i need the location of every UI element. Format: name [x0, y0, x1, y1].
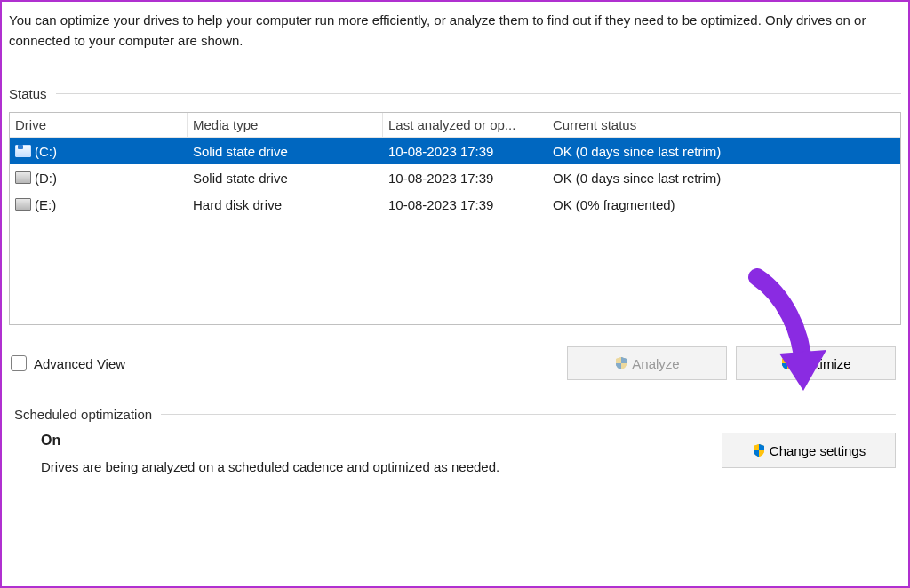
- drive-status: OK (0 days since last retrim): [547, 144, 900, 159]
- divider: [56, 93, 901, 94]
- drive-media: Hard disk drive: [188, 197, 383, 212]
- analyze-button-label: Analyze: [632, 356, 679, 371]
- checkbox-icon: [11, 355, 27, 371]
- change-settings-label: Change settings: [770, 443, 866, 458]
- advanced-view-checkbox[interactable]: Advanced View: [11, 355, 125, 371]
- column-header-drive[interactable]: Drive: [10, 113, 188, 137]
- drive-status: OK (0% fragmented): [547, 197, 900, 212]
- scheduled-section-label: Scheduled optimization: [14, 407, 152, 422]
- shield-icon: [780, 356, 794, 370]
- drive-icon: [15, 198, 31, 211]
- table-row[interactable]: (E:)Hard disk drive10-08-2023 17:39OK (0…: [10, 191, 900, 218]
- drive-last: 10-08-2023 17:39: [383, 144, 547, 159]
- analyze-button: Analyze: [567, 346, 727, 380]
- shield-icon: [752, 443, 766, 457]
- status-section-label: Status: [9, 86, 47, 101]
- drive-list-header[interactable]: Drive Media type Last analyzed or op... …: [10, 113, 900, 138]
- shield-icon: [614, 356, 628, 370]
- drive-letter: (C:): [35, 144, 57, 159]
- column-header-last[interactable]: Last analyzed or op...: [383, 113, 547, 137]
- drive-list[interactable]: Drive Media type Last analyzed or op... …: [9, 112, 901, 325]
- drive-last: 10-08-2023 17:39: [383, 197, 547, 212]
- change-settings-button[interactable]: Change settings: [722, 433, 896, 468]
- drive-letter: (D:): [35, 171, 57, 186]
- drive-last: 10-08-2023 17:39: [383, 171, 547, 186]
- drive-media: Solid state drive: [188, 144, 383, 159]
- optimize-button[interactable]: Optimize: [736, 346, 896, 380]
- drive-media: Solid state drive: [188, 171, 383, 186]
- drive-letter: (E:): [35, 197, 56, 212]
- scheduled-section-heading: Scheduled optimization: [14, 407, 896, 422]
- optimize-button-label: Optimize: [798, 356, 850, 371]
- divider: [161, 414, 896, 415]
- scheduled-desc: Drives are being analyzed on a scheduled…: [41, 459, 704, 474]
- table-row[interactable]: (D:)Solid state drive10-08-2023 17:39OK …: [10, 164, 900, 191]
- advanced-view-label: Advanced View: [34, 356, 125, 371]
- table-row[interactable]: (C:)Solid state drive10-08-2023 17:39OK …: [10, 138, 900, 164]
- scheduled-state: On: [41, 433, 704, 449]
- column-header-status[interactable]: Current status: [547, 113, 900, 137]
- column-header-media[interactable]: Media type: [188, 113, 383, 137]
- drive-icon: [15, 171, 31, 184]
- status-section-heading: Status: [9, 86, 901, 101]
- drive-icon: [15, 145, 31, 157]
- intro-text: You can optimize your drives to help you…: [9, 11, 901, 51]
- drive-status: OK (0 days since last retrim): [547, 171, 900, 186]
